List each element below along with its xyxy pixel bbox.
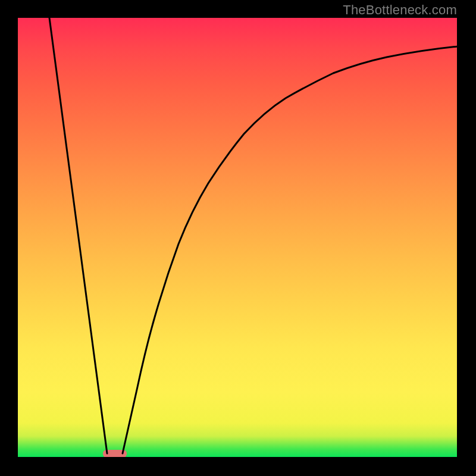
plot-border-bottom: [18, 457, 458, 458]
chart-frame: TheBottleneck.com: [0, 0, 476, 476]
curve-right-branch: [123, 46, 458, 453]
plot-area: [18, 18, 458, 458]
curve-layer: [18, 18, 458, 458]
attribution-label: TheBottleneck.com: [343, 2, 457, 18]
plot-border-right: [457, 18, 458, 458]
curve-left-branch: [49, 18, 107, 453]
